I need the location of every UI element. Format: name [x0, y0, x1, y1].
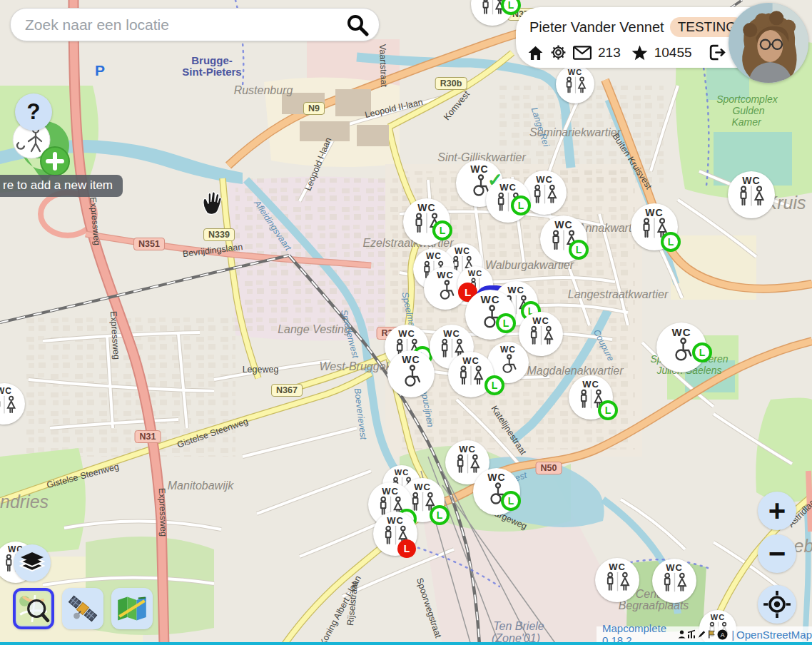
search-bar	[10, 8, 380, 41]
open-clock-badge: L	[430, 505, 450, 525]
wc-marker[interactable]: WC	[728, 171, 775, 218]
mapcomplete-app: Brugge-Sint-PietersPRustenburgVaartstraa…	[0, 0, 812, 645]
messages-count: 213	[598, 45, 621, 61]
open-clock-badge: L	[501, 0, 521, 15]
hand-cursor-icon	[200, 190, 224, 218]
wc-marker[interactable]: WC	[0, 383, 25, 425]
changesets-count: 10455	[654, 45, 692, 61]
wc-marker[interactable]: WC	[556, 65, 594, 103]
layers-icon	[19, 552, 45, 574]
map-markers-layer: WC WC LWC ✓WC WC LWC	[0, 0, 812, 645]
geolocate-button[interactable]	[758, 585, 796, 624]
open-clock-badge: L	[496, 313, 516, 333]
attribution-icons[interactable]: A	[677, 629, 728, 640]
zoom-in-button[interactable]: +	[758, 492, 796, 530]
map-magnifier-icon	[17, 592, 50, 625]
wc-marker[interactable]: WC	[387, 350, 435, 397]
background-chooser	[13, 588, 153, 629]
osm-copyright-link[interactable]: OpenStreetMap	[736, 629, 812, 641]
background-option-osm-map[interactable]	[111, 588, 153, 629]
avatar[interactable]	[729, 3, 808, 83]
user-name: Pieter Vander Vennet	[529, 19, 664, 36]
contributor-icon[interactable]	[677, 629, 686, 639]
help-button[interactable]: ?	[15, 93, 52, 131]
open-clock-badge: L	[661, 232, 681, 252]
closed-clock-badge: L	[397, 539, 416, 558]
layers-button[interactable]	[14, 544, 51, 581]
home-icon[interactable]	[527, 45, 544, 61]
logout-icon[interactable]	[709, 44, 726, 61]
license-icon[interactable]: A	[717, 629, 728, 640]
open-clock-badge: L	[432, 220, 452, 240]
open-clock-badge: L	[501, 491, 521, 511]
attribution-divider: |	[731, 629, 734, 641]
attribution-bar: Mapcomplete 0.18.2 A | OpenStreetMap	[597, 626, 812, 642]
open-clock-badge: L	[692, 342, 712, 362]
open-clock-badge: L	[511, 195, 531, 215]
gear-icon[interactable]	[550, 44, 567, 61]
wc-marker[interactable]: WC	[519, 312, 563, 356]
crosshair-icon	[762, 589, 792, 619]
flag-icon[interactable]	[707, 629, 716, 639]
open-clock-badge: L	[484, 375, 504, 395]
search-input[interactable]	[11, 16, 346, 34]
satellite-icon	[67, 593, 98, 624]
svg-text:A: A	[721, 631, 725, 638]
open-clock-badge: L	[598, 400, 618, 420]
messages-icon[interactable]	[573, 46, 592, 60]
star-icon[interactable]	[631, 45, 648, 61]
bottom-accent-strip	[0, 642, 812, 645]
folded-map-icon	[116, 595, 148, 622]
background-option-satellite[interactable]	[62, 588, 103, 629]
add-item-tooltip: re to add a new item	[0, 175, 123, 197]
zoom-out-button[interactable]: −	[758, 534, 796, 573]
statistics-icon[interactable]	[687, 629, 696, 639]
search-icon[interactable]	[346, 14, 369, 36]
edit-icon[interactable]	[697, 629, 706, 639]
open-clock-badge: L	[569, 240, 589, 260]
background-option-carto[interactable]	[13, 588, 54, 629]
wc-marker[interactable]: WC	[652, 559, 696, 603]
wc-marker[interactable]: WC	[595, 558, 639, 602]
